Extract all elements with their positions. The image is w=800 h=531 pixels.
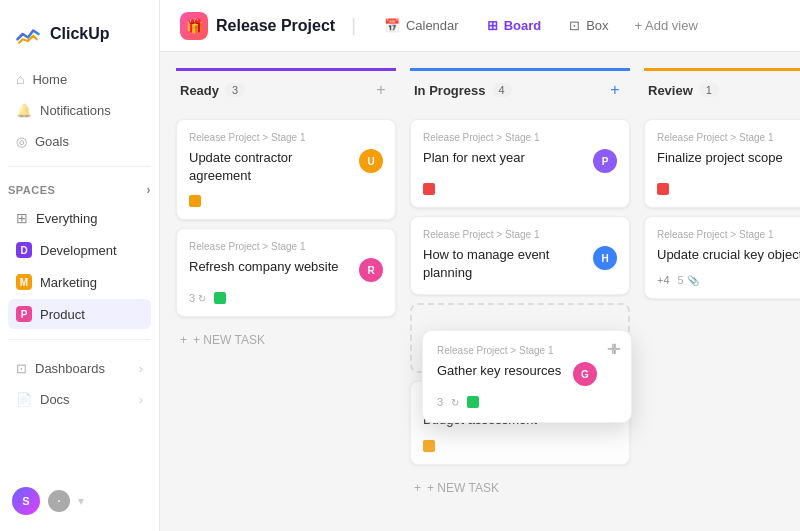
- card-footer: 3 ↻: [437, 396, 617, 408]
- new-task-in-progress[interactable]: + + NEW TASK: [410, 475, 630, 501]
- card-title: Update contractor agreement: [189, 149, 351, 185]
- flag-icon: [423, 440, 435, 452]
- chevron-down-icon: ›: [147, 183, 152, 197]
- kanban-board: Ready 3 + Release Project > Stage 1 Upda…: [160, 52, 800, 531]
- card-footer: [189, 195, 383, 207]
- cards-ready: Release Project > Stage 1 Update contrac…: [176, 119, 396, 317]
- plus-icon: +: [414, 481, 421, 495]
- card-meta: Release Project > Stage 1: [437, 345, 617, 356]
- column-title-in-progress: In Progress: [414, 83, 486, 98]
- sidebar-item-label: Home: [32, 72, 67, 87]
- card-plan-next-year[interactable]: Release Project > Stage 1 Plan for next …: [410, 119, 630, 208]
- sidebar-item-goals[interactable]: ◎ Goals: [8, 127, 151, 156]
- flag-icon: [189, 195, 201, 207]
- grid-icon: ⊞: [16, 210, 28, 226]
- user-dropdown-icon: ▾: [78, 494, 84, 508]
- space-label: Product: [40, 307, 85, 322]
- sidebar-footer: S · ▾: [0, 475, 159, 519]
- sidebar-item-dashboards[interactable]: ⊡ Dashboards ›: [8, 354, 151, 383]
- sidebar-item-home[interactable]: ⌂ Home: [8, 64, 151, 94]
- card-footer: [657, 183, 800, 195]
- sidebar-item-marketing[interactable]: M Marketing: [8, 267, 151, 297]
- card-gather-resources[interactable]: ✛ Release Project > Stage 1 Gather key r…: [422, 330, 632, 423]
- sidebar-item-docs[interactable]: 📄 Docs ›: [8, 385, 151, 414]
- tab-label: Calendar: [406, 18, 459, 33]
- cards-review: Release Project > Stage 1 Finalize proje…: [644, 119, 800, 299]
- card-meta: Release Project > Stage 1: [189, 241, 383, 252]
- docs-icon: 📄: [16, 392, 32, 407]
- card-title: Update crucial key objectives: [657, 246, 800, 264]
- spaces-list: ⊞ Everything D Development M Marketing P…: [0, 203, 159, 329]
- target-icon: ◎: [16, 134, 27, 149]
- card-title: How to manage event planning: [423, 246, 585, 282]
- column-count-ready: 3: [225, 83, 245, 97]
- logo-text: ClickUp: [50, 25, 110, 43]
- tab-label: Box: [586, 18, 608, 33]
- card-footer: [423, 440, 617, 452]
- column-header-ready: Ready 3 +: [176, 68, 396, 109]
- card-manage-event[interactable]: Release Project > Stage 1 How to manage …: [410, 216, 630, 295]
- spaces-label: Spaces: [8, 184, 55, 196]
- spaces-header: Spaces ›: [0, 177, 159, 203]
- main-content: 🎁 Release Project | 📅 Calendar ⊞ Board ⊡…: [160, 0, 800, 531]
- card-update-objectives[interactable]: Release Project > Stage 1 Update crucial…: [644, 216, 800, 299]
- card-header: Refresh company website R: [189, 258, 383, 282]
- sidebar-item-notifications[interactable]: 🔔 Notifications: [8, 96, 151, 125]
- card-avatar: H: [593, 246, 617, 270]
- user-avatar[interactable]: S: [12, 487, 40, 515]
- chevron-right-icon2: ›: [139, 392, 143, 407]
- column-add-ready[interactable]: +: [370, 79, 392, 101]
- flag-icon: [423, 183, 435, 195]
- card-avatar: G: [573, 362, 597, 386]
- development-dot: D: [16, 242, 32, 258]
- card-meta: Release Project > Stage 1: [189, 132, 383, 143]
- sidebar-item-product[interactable]: P Product: [8, 299, 151, 329]
- card-title: Plan for next year: [423, 149, 585, 167]
- sidebar-item-development[interactable]: D Development: [8, 235, 151, 265]
- card-refresh-website[interactable]: Release Project > Stage 1 Refresh compan…: [176, 228, 396, 317]
- card-update-contractor[interactable]: Release Project > Stage 1 Update contrac…: [176, 119, 396, 220]
- sidebar-item-everything[interactable]: ⊞ Everything: [8, 203, 151, 233]
- card-header: Plan for next year P: [423, 149, 617, 173]
- tab-calendar[interactable]: 📅 Calendar: [372, 12, 471, 39]
- dashboards-label: Dashboards: [35, 361, 105, 376]
- view-tabs: 📅 Calendar ⊞ Board ⊡ Box + Add view: [372, 12, 708, 39]
- product-dot: P: [16, 306, 32, 322]
- card-header: Finalize project scope F: [657, 149, 800, 173]
- column-ready: Ready 3 + Release Project > Stage 1 Upda…: [176, 68, 396, 353]
- board-icon: ⊞: [487, 18, 498, 33]
- box-icon: ⊡: [569, 18, 580, 33]
- home-icon: ⌂: [16, 71, 24, 87]
- column-count-review: 1: [699, 83, 719, 97]
- tab-box[interactable]: ⊡ Box: [557, 12, 620, 39]
- user-avatar2[interactable]: ·: [48, 490, 70, 512]
- sidebar-item-label: Goals: [35, 134, 69, 149]
- card-finalize-scope[interactable]: Release Project > Stage 1 Finalize proje…: [644, 119, 800, 208]
- docs-label: Docs: [40, 392, 70, 407]
- space-label: Marketing: [40, 275, 97, 290]
- bell-icon: 🔔: [16, 103, 32, 118]
- card-header: Update contractor agreement U: [189, 149, 383, 185]
- new-task-ready[interactable]: + + NEW TASK: [176, 327, 396, 353]
- sidebar-nav: ⌂ Home 🔔 Notifications ◎ Goals: [0, 64, 159, 156]
- add-view-button[interactable]: + Add view: [625, 12, 708, 39]
- card-meta: Release Project > Stage 1: [423, 132, 617, 143]
- sidebar-bottom: ⊡ Dashboards › 📄 Docs ›: [0, 354, 159, 414]
- card-footer: [423, 183, 617, 195]
- flag-icon: [214, 292, 226, 304]
- flag-icon: [467, 396, 479, 408]
- flag-icon: [657, 183, 669, 195]
- card-title: Refresh company website: [189, 258, 351, 276]
- paperclip-icon: 📎: [687, 275, 699, 286]
- calendar-icon: 📅: [384, 18, 400, 33]
- column-count-in-progress: 4: [492, 83, 512, 97]
- refresh-icon: ↻: [198, 293, 206, 304]
- space-label: Everything: [36, 211, 97, 226]
- project-icon: 🎁: [180, 12, 208, 40]
- column-add-in-progress[interactable]: +: [604, 79, 626, 101]
- extra-count: +4: [657, 274, 670, 286]
- marketing-dot: M: [16, 274, 32, 290]
- sidebar: ClickUp ⌂ Home 🔔 Notifications ◎ Goals S…: [0, 0, 160, 531]
- tab-board[interactable]: ⊞ Board: [475, 12, 554, 39]
- refresh-icon: ↻: [451, 397, 459, 408]
